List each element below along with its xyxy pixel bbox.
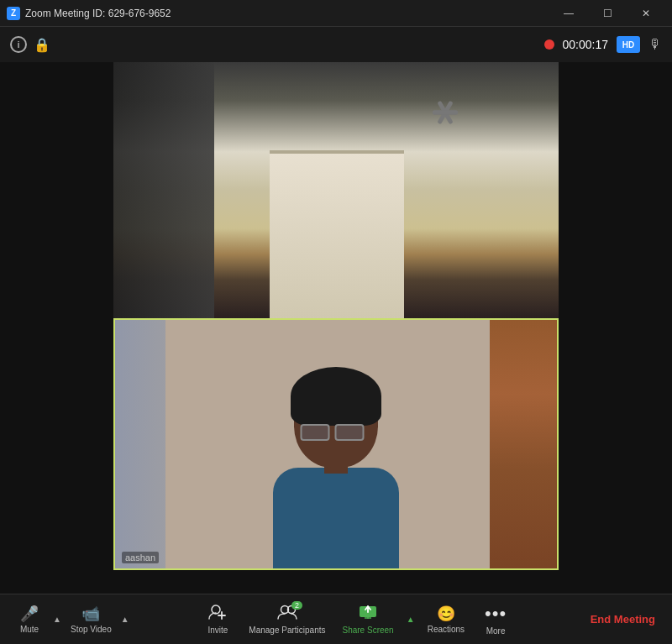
video-chevron[interactable]: ▲ bbox=[118, 601, 132, 638]
share-screen-button[interactable]: Share Screen bbox=[336, 601, 401, 638]
remote-video bbox=[113, 62, 559, 318]
meeting-title: Zoom Meeting ID: 629-676-9652 bbox=[25, 8, 171, 19]
fan-decoration bbox=[416, 83, 475, 142]
participants-count: 2 bbox=[291, 601, 302, 610]
video-gap bbox=[0, 570, 672, 595]
participants-label: Manage Participants bbox=[249, 626, 325, 635]
top-bar: i 🔒 00:00:17 HD 🎙 bbox=[0, 27, 672, 62]
remote-video-frame bbox=[113, 62, 559, 318]
toolbar-right: End Meeting bbox=[582, 606, 664, 632]
top-bar-left: i 🔒 bbox=[10, 36, 50, 53]
toolbar-left: 🎤 Mute ▲ 📹 Stop Video ▲ bbox=[8, 601, 132, 638]
more-label: More bbox=[486, 626, 506, 636]
reactions-icon: 😊 bbox=[437, 605, 455, 623]
local-video-label: aashan bbox=[122, 552, 159, 563]
info-icon[interactable]: i bbox=[10, 36, 27, 53]
invite-label: Invite bbox=[207, 626, 228, 635]
title-bar: Z Zoom Meeting ID: 629-676-9652 — ☐ ✕ bbox=[0, 0, 672, 27]
mute-icon: 🎤 bbox=[20, 605, 39, 623]
share-screen-icon bbox=[359, 605, 377, 624]
title-bar-left: Z Zoom Meeting ID: 629-676-9652 bbox=[7, 7, 171, 20]
maximize-button[interactable]: ☐ bbox=[588, 0, 627, 27]
close-button[interactable]: ✕ bbox=[627, 0, 665, 27]
share-screen-chevron[interactable]: ▲ bbox=[404, 601, 417, 638]
minimize-button[interactable]: — bbox=[549, 0, 588, 27]
local-video-frame bbox=[115, 320, 557, 568]
zoom-icon: Z bbox=[7, 7, 20, 20]
top-bar-right: 00:00:17 HD 🎙 bbox=[544, 36, 663, 53]
invite-button[interactable]: Invite bbox=[197, 601, 239, 638]
background-wall bbox=[490, 320, 557, 568]
window-controls: — ☐ ✕ bbox=[549, 0, 665, 27]
lock-icon: 🔒 bbox=[34, 37, 50, 53]
stop-video-label: Stop Video bbox=[71, 625, 112, 634]
stop-video-button[interactable]: 📹 Stop Video bbox=[64, 601, 118, 637]
mute-label: Mute bbox=[20, 625, 39, 634]
participants-icon: 2 bbox=[277, 605, 297, 624]
hd-badge[interactable]: HD bbox=[617, 36, 640, 53]
video-area: aashan bbox=[0, 62, 672, 595]
share-screen-label: Share Screen bbox=[343, 626, 394, 635]
more-button[interactable]: ••• More bbox=[475, 599, 517, 639]
toolbar: 🎤 Mute ▲ 📹 Stop Video ▲ Invite bbox=[0, 594, 672, 644]
audio-settings-icon[interactable]: 🎙 bbox=[648, 37, 662, 52]
participants-button[interactable]: 2 Manage Participants bbox=[242, 601, 332, 638]
person-silhouette bbox=[252, 350, 420, 568]
more-icon: ••• bbox=[485, 603, 507, 625]
toolbar-center: Invite 2 Manage Participants bbox=[197, 599, 517, 639]
meeting-timer: 00:00:17 bbox=[563, 38, 609, 51]
reactions-button[interactable]: 😊 Reactions bbox=[421, 601, 471, 637]
glasses bbox=[301, 424, 372, 439]
reactions-label: Reactions bbox=[428, 625, 465, 634]
video-icon: 📹 bbox=[81, 605, 100, 623]
end-meeting-button[interactable]: End Meeting bbox=[582, 606, 664, 632]
record-indicator bbox=[544, 39, 554, 50]
local-video: aashan bbox=[113, 318, 559, 570]
mute-chevron[interactable]: ▲ bbox=[50, 601, 64, 638]
mute-button[interactable]: 🎤 Mute bbox=[8, 601, 50, 637]
invite-icon bbox=[208, 605, 227, 624]
